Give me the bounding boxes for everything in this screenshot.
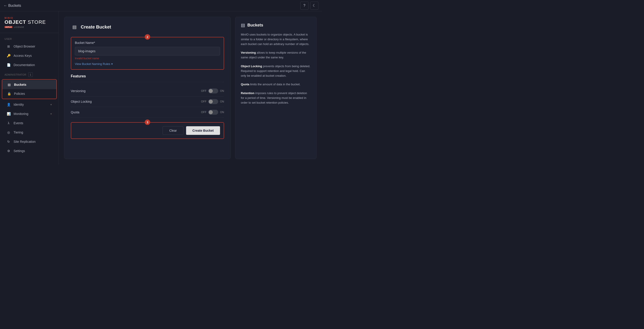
create-bucket-button[interactable]: Create Bucket [186, 126, 220, 135]
sidebar-item-site-replication[interactable]: ↻ Site Replication [2, 137, 57, 146]
site-replication-icon: ↻ [6, 139, 11, 144]
object-locking-label: Object Locking [71, 100, 92, 103]
info-object-locking-section: Object Locking prevents objects from bei… [241, 64, 311, 78]
object-browser-label: Object Browser [14, 45, 52, 48]
sidebar: MINIO OBJECT STORE AGPLv3 LICENSE User ⊞… [0, 11, 59, 165]
settings-icon: ⚙ [6, 149, 11, 153]
tiering-label: Tiering [14, 131, 52, 134]
tiering-icon: ◎ [6, 130, 11, 135]
sidebar-item-monitoring[interactable]: 📊 Monitoring ▼ [2, 109, 57, 118]
quota-label: Quota [71, 110, 79, 114]
bucket-name-label: Bucket Name* [75, 41, 220, 45]
header: ← Buckets ? ☾ [0, 0, 322, 11]
info-intro-text: MinIO uses buckets to organize objects. … [241, 32, 311, 46]
object-locking-on-label: ON [220, 100, 224, 103]
admin-group: ▤ Buckets 🔒 Policies [2, 79, 57, 99]
logo-main: OBJECT STORE [4, 19, 54, 25]
versioning-toggle[interactable] [208, 89, 218, 94]
object-browser-icon: ⊞ [6, 44, 11, 49]
site-replication-label: Site Replication [14, 140, 52, 143]
versioning-on-label: ON [220, 89, 224, 93]
quota-toggle-group: OFF ON [201, 110, 224, 115]
events-label: Events [14, 121, 52, 125]
policies-label: Policies [14, 92, 52, 96]
object-locking-thumb [209, 100, 213, 104]
quota-off-label: OFF [201, 111, 206, 114]
annotation-3: 3 [145, 120, 150, 125]
versioning-toggle-group: OFF ON [201, 89, 224, 94]
bucket-name-error: Invalid bucket name [75, 57, 220, 60]
features-divider [71, 82, 224, 82]
sidebar-item-buckets[interactable]: ▤ Buckets [2, 80, 56, 89]
main-layout: MINIO OBJECT STORE AGPLv3 LICENSE User ⊞… [0, 11, 322, 165]
logo-license-area: AGPLv3 LICENSE [4, 26, 54, 28]
sidebar-item-documentation[interactable]: 📄 Documentation [2, 60, 57, 70]
info-object-locking-text: Object Locking prevents objects from bei… [241, 64, 311, 78]
chevron-down-icon: ▾ [111, 62, 113, 66]
sidebar-item-object-browser[interactable]: ⊞ Object Browser [2, 42, 57, 51]
back-button[interactable]: ← Buckets [4, 4, 21, 8]
agpl-badge: AGPLv3 [4, 26, 12, 28]
object-locking-row: Object Locking OFF ON [71, 96, 224, 107]
info-retention-text: Retention imposes rules to prevent objec… [241, 91, 311, 105]
help-button[interactable]: ? [300, 2, 308, 10]
features-title: Features [71, 74, 224, 78]
versioning-row: Versioning OFF ON [71, 86, 224, 96]
panel-header: ▤ Create Bucket [71, 23, 224, 31]
sidebar-item-events[interactable]: λ Events [2, 119, 57, 128]
identity-icon: 👤 [6, 102, 11, 107]
panel-title: Create Bucket [81, 25, 111, 30]
logo-mini: MINIO [4, 17, 54, 19]
content-area: ▤ Create Bucket 2 Bucket Name* Invalid b… [59, 11, 322, 165]
info-panel-title: Buckets [248, 23, 263, 28]
versioning-label: Versioning [71, 89, 86, 93]
info-quota-section: Quota limits the amount of data in the b… [241, 82, 311, 87]
info-intro-section: MinIO uses buckets to organize objects. … [241, 32, 311, 46]
settings-label: Settings [14, 149, 52, 153]
features-section: Features Versioning OFF ON Object Loc [71, 74, 224, 118]
clear-button[interactable]: Clear [162, 126, 183, 135]
versioning-thumb [209, 89, 213, 93]
documentation-label: Documentation [14, 63, 52, 67]
versioning-off-label: OFF [201, 89, 206, 93]
naming-rules-link[interactable]: View Bucket Naming Rules ▾ [75, 62, 220, 66]
bucket-name-section: 2 Bucket Name* Invalid bucket name View … [71, 37, 224, 70]
info-versioning-text: Versioning allows to keep multiple versi… [241, 51, 311, 60]
sidebar-item-policies[interactable]: 🔒 Policies [2, 89, 56, 98]
object-locking-toggle[interactable] [208, 99, 218, 104]
quota-toggle[interactable] [208, 110, 218, 115]
sidebar-item-settings[interactable]: ⚙ Settings [2, 146, 57, 155]
quota-thumb [209, 110, 213, 114]
monitoring-icon: 📊 [6, 112, 11, 116]
create-bucket-icon: ▤ [71, 23, 78, 31]
buckets-label: Buckets [14, 83, 52, 86]
user-section-label: User [0, 35, 58, 42]
bucket-name-input[interactable] [75, 47, 220, 56]
theme-toggle-button[interactable]: ☾ [310, 2, 318, 10]
naming-rules-row: View Bucket Naming Rules ▾ [75, 62, 220, 66]
info-quota-text: Quota limits the amount of data in the b… [241, 82, 311, 87]
info-panel: ▤ Buckets MinIO uses buckets to organize… [235, 17, 316, 159]
access-keys-icon: 🔑 [6, 53, 11, 58]
quota-row: Quota OFF ON [71, 107, 224, 118]
sidebar-item-tiering[interactable]: ◎ Tiering [2, 128, 57, 137]
monitoring-label: Monitoring [14, 112, 47, 116]
object-locking-off-label: OFF [201, 100, 206, 103]
info-retention-section: Retention imposes rules to prevent objec… [241, 91, 311, 105]
identity-label: Identity [14, 103, 47, 106]
logo-area: MINIO OBJECT STORE AGPLv3 LICENSE [0, 13, 58, 33]
admin-collapse-button[interactable]: 1 [28, 72, 33, 77]
documentation-icon: 📄 [6, 63, 11, 67]
info-panel-header: ▤ Buckets [241, 23, 311, 28]
access-keys-label: Access Keys [14, 54, 52, 58]
logo-license: LICENSE [14, 26, 24, 28]
identity-arrow-icon: ▼ [50, 103, 52, 106]
header-left: ← Buckets [4, 4, 21, 8]
header-right: ? ☾ [300, 2, 318, 10]
sidebar-item-identity[interactable]: 👤 Identity ▼ [2, 100, 57, 109]
sidebar-item-access-keys[interactable]: 🔑 Access Keys [2, 51, 57, 60]
policies-icon: 🔒 [7, 91, 11, 96]
events-icon: λ [6, 121, 11, 125]
info-versioning-section: Versioning allows to keep multiple versi… [241, 51, 311, 60]
object-locking-toggle-group: OFF ON [201, 99, 224, 104]
